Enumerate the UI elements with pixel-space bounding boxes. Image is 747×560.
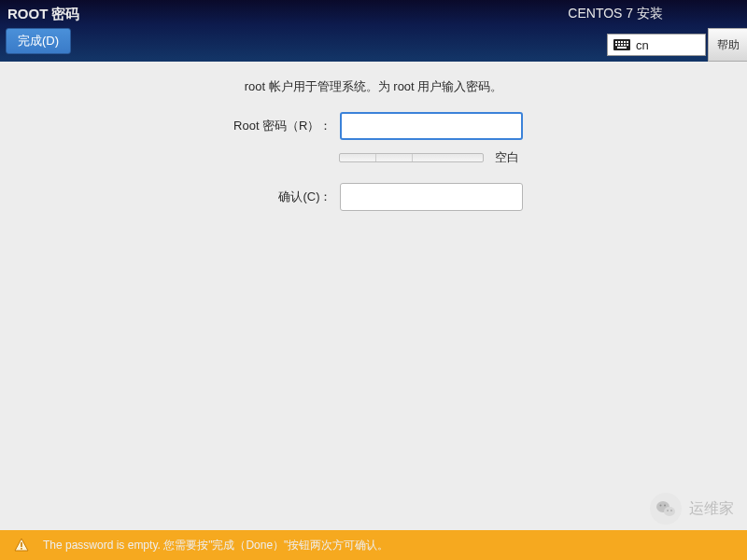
svg-rect-4 (624, 41, 626, 43)
svg-rect-6 (615, 44, 617, 46)
password-strength-text: 空白 (495, 149, 523, 166)
watermark-text: 运维家 (689, 499, 734, 519)
svg-rect-7 (618, 44, 620, 46)
svg-rect-10 (627, 44, 628, 46)
svg-rect-11 (617, 47, 627, 49)
warning-message: The password is empty. 您需要按"完成（Done）"按钮两… (43, 538, 388, 553)
warning-bar: The password is empty. 您需要按"完成（Done）"按钮两… (0, 530, 747, 560)
svg-point-14 (660, 505, 662, 507)
svg-point-15 (664, 505, 666, 507)
page-title: ROOT 密码 (7, 6, 80, 23)
svg-point-16 (667, 510, 669, 511)
confirm-label: 确认(C)： (225, 189, 332, 205)
svg-rect-2 (618, 41, 620, 43)
root-password-input[interactable] (340, 112, 523, 140)
password-label: Root 密码（R）： (225, 118, 332, 134)
password-strength-bar (339, 153, 484, 162)
warning-icon (13, 537, 30, 553)
keyboard-icon (613, 39, 630, 50)
watermark: 运维家 (650, 493, 734, 525)
wechat-icon (650, 493, 682, 525)
svg-rect-5 (627, 41, 628, 43)
done-button[interactable]: 完成(D) (6, 28, 71, 54)
svg-point-13 (664, 507, 675, 516)
confirm-password-input[interactable] (340, 183, 523, 211)
svg-rect-18 (21, 542, 22, 547)
keyboard-layout-indicator[interactable]: cn (607, 34, 706, 56)
installer-title: CENTOS 7 安装 (568, 6, 663, 22)
description-text: root 帐户用于管理系统。为 root 用户输入密码。 (0, 78, 747, 95)
svg-rect-3 (621, 41, 623, 43)
svg-rect-9 (624, 44, 626, 46)
svg-rect-19 (21, 548, 22, 550)
help-button[interactable]: 帮助 (708, 28, 747, 62)
svg-rect-1 (615, 41, 617, 43)
svg-point-17 (670, 510, 672, 511)
svg-rect-8 (621, 44, 623, 46)
keyboard-layout-label: cn (636, 38, 649, 52)
